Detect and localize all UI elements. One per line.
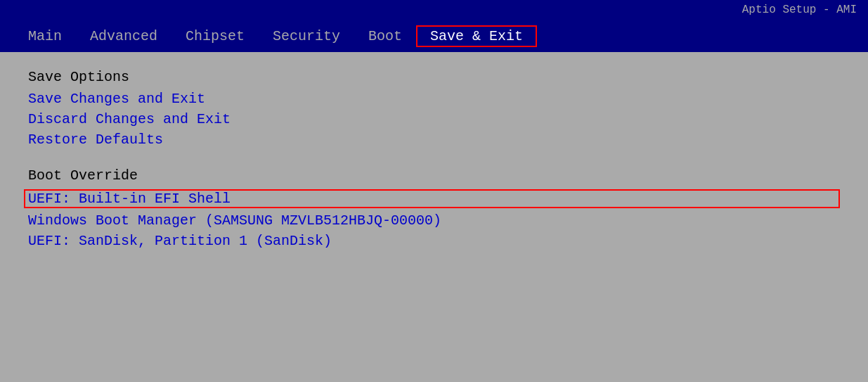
nav-item-main[interactable]: Main <box>14 25 76 47</box>
top-bar: Aptio Setup - AMI <box>0 0 868 20</box>
uefi-sandisk-item[interactable]: UEFI: SanDisk, Partition 1 (SanDisk) <box>28 233 840 249</box>
content-area: Save Options Save Changes and Exit Disca… <box>0 52 868 382</box>
discard-changes-exit-item[interactable]: Discard Changes and Exit <box>28 111 840 127</box>
nav-item-security[interactable]: Security <box>259 25 354 47</box>
nav-item-advanced[interactable]: Advanced <box>76 25 171 47</box>
boot-override-label: Boot Override <box>28 167 840 184</box>
bios-screen: Aptio Setup - AMI Main Advanced Chipset … <box>0 0 868 382</box>
uefi-efi-shell-item[interactable]: UEFI: Built-in EFI Shell <box>24 189 840 208</box>
windows-boot-item[interactable]: Windows Boot Manager (SAMSUNG MZVLB512HB… <box>28 212 840 229</box>
nav-item-chipset[interactable]: Chipset <box>171 25 259 47</box>
spacer-1 <box>28 151 840 167</box>
save-options-label: Save Options <box>28 69 840 85</box>
save-options-group: Save Changes and Exit Discard Changes an… <box>28 91 840 151</box>
save-changes-exit-item[interactable]: Save Changes and Exit <box>28 91 840 107</box>
nav-item-boot[interactable]: Boot <box>354 25 416 47</box>
restore-defaults-item[interactable]: Restore Defaults <box>28 132 840 148</box>
nav-item-save-exit[interactable]: Save & Exit <box>416 25 537 47</box>
bios-title: Aptio Setup - AMI <box>742 4 857 16</box>
nav-bar: Main Advanced Chipset Security Boot Save… <box>0 20 868 52</box>
boot-override-group: UEFI: Built-in EFI Shell Windows Boot Ma… <box>28 189 840 252</box>
